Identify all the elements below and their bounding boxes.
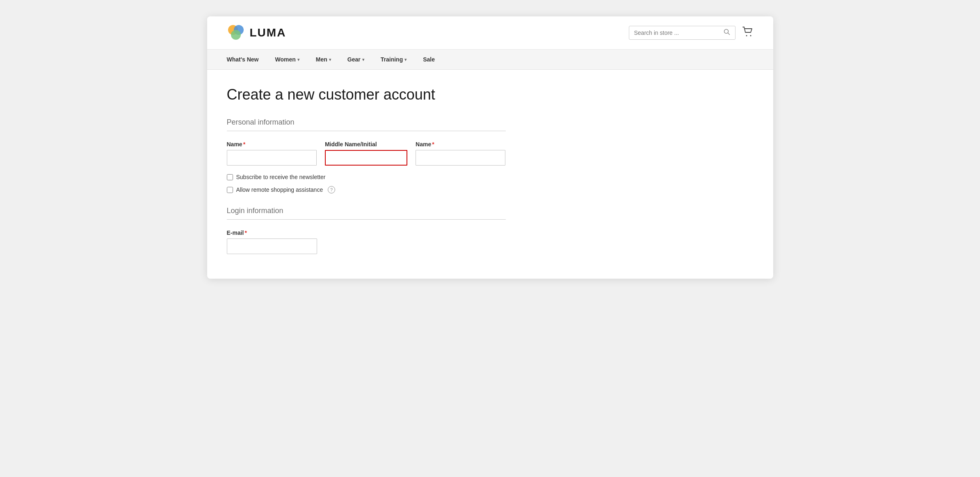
nav-item-men[interactable]: Men ▾: [308, 50, 339, 69]
nav-item-training[interactable]: Training ▾: [372, 50, 415, 69]
remote-shopping-row: Allow remote shopping assistance ?: [227, 186, 506, 193]
name-row: Name* Middle Name/Initial Name: [227, 141, 506, 166]
middle-name-group: Middle Name/Initial: [325, 141, 407, 166]
personal-info-section-title: Personal information: [227, 118, 506, 131]
email-input[interactable]: [227, 238, 317, 254]
svg-point-5: [746, 35, 747, 36]
subscribe-checkbox[interactable]: [227, 174, 233, 180]
svg-point-2: [231, 30, 241, 40]
nav-item-women[interactable]: Women ▾: [267, 50, 308, 69]
email-label: E-mail*: [227, 229, 317, 236]
remote-shopping-label[interactable]: Allow remote shopping assistance: [236, 186, 323, 193]
search-input[interactable]: [634, 30, 724, 36]
browser-window: LUMA What': [207, 16, 773, 279]
header: LUMA: [207, 16, 773, 50]
subscribe-label[interactable]: Subscribe to receive the newsletter: [236, 174, 326, 180]
first-name-input[interactable]: [227, 150, 317, 166]
first-name-label: Name*: [227, 141, 317, 148]
cart-icon: [742, 26, 754, 37]
first-name-group: Name*: [227, 141, 317, 166]
logo-text: LUMA: [250, 26, 286, 39]
gear-chevron-icon: ▾: [362, 57, 364, 62]
women-chevron-icon: ▾: [297, 57, 299, 62]
remote-shopping-help-icon[interactable]: ?: [328, 186, 335, 193]
training-chevron-icon: ▾: [404, 57, 407, 62]
last-name-label: Name*: [416, 141, 505, 148]
remote-shopping-checkbox[interactable]: [227, 187, 233, 193]
page-title: Create a new customer account: [227, 86, 754, 103]
svg-point-6: [750, 35, 751, 36]
header-right: [629, 26, 754, 40]
personal-info-form: Name* Middle Name/Initial Name: [227, 141, 506, 193]
main-content: Create a new customer account Personal i…: [207, 70, 773, 279]
login-info-section-title: Login information: [227, 207, 506, 220]
first-name-required: *: [243, 141, 245, 148]
middle-name-wrapper: [325, 150, 407, 166]
last-name-required: *: [432, 141, 434, 148]
search-icon: [724, 29, 730, 35]
nav-item-gear[interactable]: Gear ▾: [339, 50, 372, 69]
middle-name-input[interactable]: [325, 150, 407, 166]
men-chevron-icon: ▾: [329, 57, 331, 62]
svg-line-4: [728, 33, 729, 35]
cart-button[interactable]: [742, 26, 754, 39]
nav-item-whats-new[interactable]: What's New: [227, 50, 267, 69]
nav-item-sale[interactable]: Sale: [415, 50, 443, 69]
logo-area: LUMA: [227, 24, 286, 42]
luma-logo-icon: [227, 24, 245, 42]
search-button[interactable]: [724, 29, 730, 37]
last-name-group: Name*: [416, 141, 505, 166]
search-box: [629, 26, 736, 40]
nav-bar: What's New Women ▾ Men ▾ Gear ▾ Training…: [207, 50, 773, 70]
subscribe-row: Subscribe to receive the newsletter: [227, 174, 506, 180]
middle-name-label: Middle Name/Initial: [325, 141, 407, 148]
email-group: E-mail*: [227, 229, 317, 254]
email-required: *: [245, 229, 247, 236]
last-name-input[interactable]: [416, 150, 505, 166]
